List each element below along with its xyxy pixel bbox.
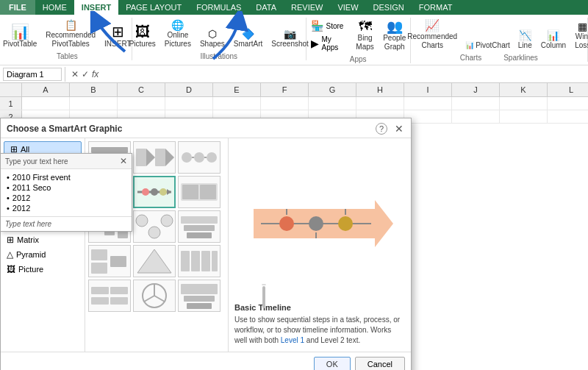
online-pictures-icon: 🌐 (171, 20, 184, 30)
tab-design[interactable]: DESIGN (366, 0, 412, 15)
svg-point-19 (142, 188, 149, 196)
table-icon: ⊞ (112, 24, 124, 39)
winloss-button[interactable]: ▦ Win/Loss (571, 19, 588, 52)
store-icon: 🏪 (311, 20, 323, 32)
winloss-label: Win/Loss (575, 32, 588, 50)
group-tables: 📊 PivotTable 📋 RecommendedPivotTables ⊞ … (3, 18, 132, 60)
svg-rect-45 (110, 287, 128, 294)
column-button[interactable]: 📊 Column (537, 28, 570, 52)
thumb-item[interactable] (178, 141, 220, 174)
cell-e1[interactable] (213, 97, 261, 110)
cancel-icon[interactable]: ✕ (71, 69, 79, 79)
col-header-f: F (261, 83, 309, 96)
cell-l2[interactable] (548, 110, 588, 123)
svg-rect-52 (184, 296, 215, 302)
cell-h1[interactable] (356, 97, 404, 110)
tab-home[interactable]: HOME (35, 0, 74, 15)
cell-i1[interactable] (404, 97, 452, 110)
tab-insert[interactable]: INSERT (74, 0, 118, 15)
shapes-icon: ⬡ (208, 29, 217, 39)
col-header-k: K (500, 83, 548, 96)
confirm-icon[interactable]: ✓ (82, 69, 89, 79)
thumb-item[interactable] (133, 280, 176, 312)
cell-k1[interactable] (500, 97, 548, 110)
sparklines-group-label: Sparklines (503, 54, 538, 62)
cell-f1[interactable] (261, 97, 309, 110)
col-header-i: I (404, 83, 452, 96)
bing-maps-icon: 🗺 (359, 20, 372, 33)
line-button[interactable]: 📉 Line (514, 28, 536, 52)
cell-j2[interactable] (452, 110, 500, 123)
pivot-table-button[interactable]: 📊 PivotTable (0, 22, 40, 51)
thumb-item[interactable] (133, 210, 176, 243)
cell-c1[interactable] (118, 97, 165, 110)
list-item: 2012 (4, 193, 129, 203)
thumb-item[interactable] (178, 176, 220, 208)
col-header-a: A (22, 83, 70, 96)
thumb-item[interactable] (178, 245, 220, 277)
my-apps-button[interactable]: ▶ My Apps (307, 34, 349, 53)
my-apps-label: My Apps (321, 35, 345, 51)
svg-rect-46 (110, 297, 128, 305)
type-item-picture[interactable]: 🖼 Picture (1, 262, 85, 277)
recommended-charts-button[interactable]: 📈 RecommendedCharts (404, 18, 461, 52)
svg-point-9 (207, 152, 217, 163)
tab-formulas[interactable]: FORMULAS (189, 0, 248, 15)
online-pictures-button[interactable]: 🌐 OnlinePictures (161, 18, 195, 51)
bing-maps-button[interactable]: 🗺 BingMaps (353, 18, 378, 54)
type-item-matrix[interactable]: ⊞ Matrix (1, 232, 85, 247)
formula-input[interactable] (104, 68, 585, 80)
column-icon: 📊 (547, 30, 559, 40)
svg-rect-34 (187, 232, 212, 238)
pictures-button[interactable]: 🖼 Pictures (126, 22, 159, 51)
svg-rect-25 (200, 185, 216, 199)
cell-b1[interactable] (70, 97, 118, 110)
thumb-item[interactable] (133, 141, 176, 174)
ribbon-content: 📊 PivotTable 📋 RecommendedPivotTables ⊞ … (0, 15, 588, 65)
list-item: 2010 First event (4, 172, 129, 182)
cell-l1[interactable] (548, 97, 588, 110)
cell-d1[interactable] (165, 97, 213, 110)
svg-line-49 (154, 296, 165, 302)
screenshot-button[interactable]: 📷 Screenshot (268, 26, 312, 51)
svg-marker-4 (146, 149, 155, 166)
dialog-help-button[interactable]: ? (376, 123, 387, 135)
thumb-item[interactable] (88, 245, 131, 277)
tab-review[interactable]: REVIEW (284, 0, 330, 15)
cell-k2[interactable] (500, 110, 548, 123)
pivot-chart-icon: 📊 (465, 42, 474, 49)
cell-j1[interactable] (452, 97, 500, 110)
thumb-item[interactable] (88, 280, 131, 312)
shapes-label: Shapes (200, 40, 225, 49)
thumb-item[interactable] (178, 210, 220, 243)
store-button[interactable]: 🏪 Store (307, 18, 349, 33)
tab-pagelayout[interactable]: PAGE LAYOUT (118, 0, 189, 15)
pivot-chart-button[interactable]: 📊 PivotChart (462, 39, 513, 52)
tab-data[interactable]: DATA (248, 0, 284, 15)
cell-a1[interactable] (22, 97, 70, 110)
dialog-titlebar: Choose a SmartArt Graphic ? ✕ (1, 118, 411, 138)
type-item-pyramid[interactable]: △ Pyramid (1, 247, 85, 262)
dialog-close-button[interactable]: ✕ (393, 123, 405, 135)
list-item: 2011 Seco (4, 182, 129, 193)
thumb-item-selected[interactable] (133, 176, 176, 208)
shapes-button[interactable]: ⬡ Shapes (196, 26, 229, 51)
tab-file[interactable]: FILE (0, 0, 35, 15)
text-panel-close-button[interactable]: ✕ (120, 156, 127, 166)
cell-g1[interactable] (309, 97, 356, 110)
svg-rect-53 (187, 303, 212, 309)
smartart-button[interactable]: 🔷 SmartArt (230, 26, 266, 51)
tab-format[interactable]: FORMAT (412, 0, 460, 15)
svg-rect-37 (110, 256, 126, 267)
name-box[interactable] (3, 68, 62, 81)
formula-divider (65, 67, 65, 82)
thumb-item[interactable] (133, 245, 176, 277)
tab-view[interactable]: VIEW (330, 0, 365, 15)
function-icon[interactable]: fx (92, 69, 98, 79)
cancel-button[interactable]: Cancel (355, 357, 405, 370)
svg-rect-41 (201, 251, 210, 271)
picture-type-icon: 🖼 (7, 264, 15, 274)
recommended-pivottables-button[interactable]: 📋 RecommendedPivotTables (42, 18, 99, 51)
ok-button[interactable]: OK (314, 357, 351, 370)
thumb-item[interactable] (178, 280, 220, 312)
